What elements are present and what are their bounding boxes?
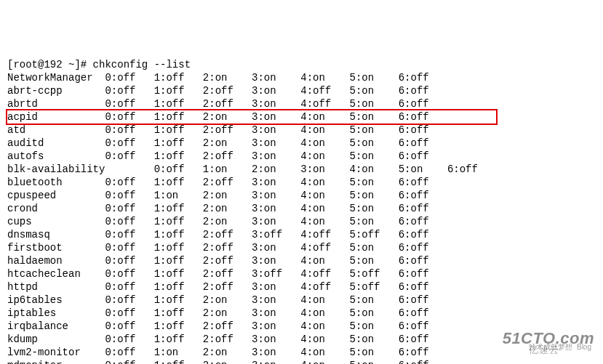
service-row-mdmonitor: mdmonitor 0:off 1:off 2:on 3:on 4:on 5:o…	[7, 359, 596, 364]
service-row-dnsmasq: dnsmasq 0:off 1:off 2:off 3:off 4:off 5:…	[7, 228, 596, 241]
service-row-auditd: auditd 0:off 1:off 2:on 3:on 4:on 5:on 6…	[7, 137, 596, 150]
highlighted-service: acpid 0:off 1:off 2:on 3:on 4:on 5:on 6:…	[6, 109, 498, 125]
service-row-atd: atd 0:off 1:off 2:off 3:on 4:on 5:on 6:o…	[7, 124, 596, 137]
service-row-blk-availability: blk-availability 0:off 1:on 2:on 3:on 4:…	[7, 163, 596, 176]
service-row-haldaemon: haldaemon 0:off 1:off 2:off 3:on 4:on 5:…	[7, 254, 596, 267]
service-row-crond: crond 0:off 1:off 2:on 3:on 4:on 5:on 6:…	[7, 202, 596, 215]
terminal-output: [root@192 ~]# chkconfig --listNetworkMan…	[7, 58, 596, 364]
service-row-cups: cups 0:off 1:off 2:on 3:on 4:on 5:on 6:o…	[7, 215, 596, 228]
service-row-NetworkManager: NetworkManager 0:off 1:off 2:on 3:on 4:o…	[7, 71, 596, 84]
service-row-ip6tables: ip6tables 0:off 1:off 2:on 3:on 4:on 5:o…	[7, 294, 596, 307]
service-row-abrt-ccpp: abrt-ccpp 0:off 1:off 2:off 3:on 4:off 5…	[7, 84, 596, 97]
service-row-lvm2-monitor: lvm2-monitor 0:off 1:on 2:on 3:on 4:on 5…	[7, 346, 596, 359]
service-row-bluetooth: bluetooth 0:off 1:off 2:off 3:on 4:on 5:…	[7, 176, 596, 189]
watermark-yisuyun: 亿速云	[529, 344, 559, 357]
service-row-firstboot: firstboot 0:off 1:off 2:off 3:on 4:off 5…	[7, 241, 596, 254]
service-row-htcacheclean: htcacheclean 0:off 1:off 2:off 3:off 4:o…	[7, 267, 596, 280]
service-row-iptables: iptables 0:off 1:off 2:on 3:on 4:on 5:on…	[7, 307, 596, 320]
service-row-cpuspeed: cpuspeed 0:off 1:on 2:on 3:on 4:on 5:on …	[7, 189, 596, 202]
service-row-httpd: httpd 0:off 1:off 2:off 3:on 4:off 5:off…	[7, 280, 596, 294]
service-row-acpid: acpid 0:off 1:off 2:on 3:on 4:on 5:on 6:…	[7, 110, 596, 124]
service-row-autofs: autofs 0:off 1:off 2:off 3:on 4:on 5:on …	[7, 150, 596, 163]
command-prompt: [root@192 ~]# chkconfig --list	[7, 58, 596, 71]
